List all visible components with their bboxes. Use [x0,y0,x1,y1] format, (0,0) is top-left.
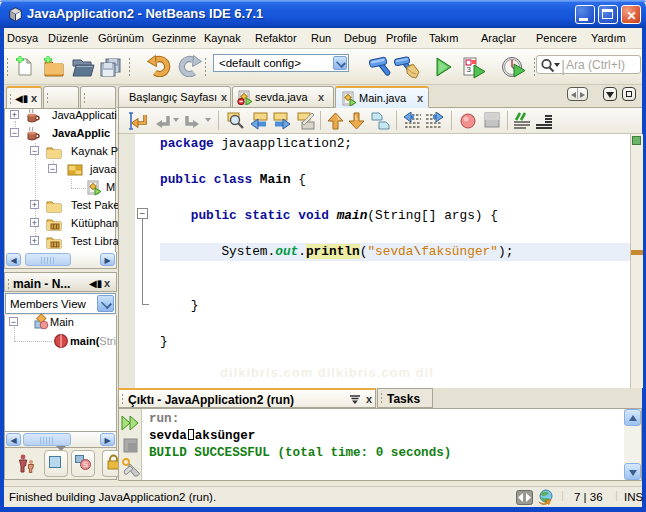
svg-text:3: 3 [467,65,472,74]
